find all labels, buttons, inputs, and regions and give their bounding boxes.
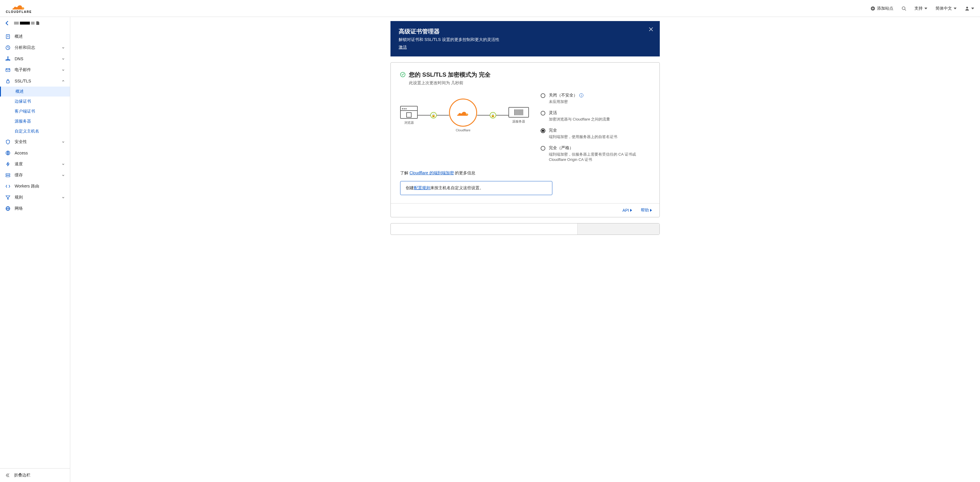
option-description: 未应用加密 xyxy=(549,99,583,105)
add-site-label: 添加站点 xyxy=(877,6,893,11)
svg-rect-12 xyxy=(6,173,10,175)
chevron-right-icon xyxy=(650,209,652,212)
help-link[interactable]: 帮助 xyxy=(641,208,652,213)
sidebar-item-dns[interactable]: DNS xyxy=(0,53,70,64)
plus-circle-icon xyxy=(870,6,875,11)
cloudflare-logo[interactable]: CLOUDFLARE xyxy=(6,3,32,13)
sidebar-item-cache[interactable]: 缓存 xyxy=(0,170,70,181)
option-title: 完全（严格） xyxy=(549,145,650,151)
chevron-right-icon xyxy=(630,209,633,212)
option-title: 关闭（不安全） i xyxy=(549,93,583,98)
diagram-browser-label: 浏览器 xyxy=(404,121,414,125)
search-button[interactable] xyxy=(902,6,906,11)
sidebar-item-rules[interactable]: 规则 xyxy=(0,192,70,203)
sidebar-item-workers[interactable]: Workers 路由 xyxy=(0,181,70,192)
sidebar-item-label: 安全性 xyxy=(14,139,62,144)
caret-down-icon xyxy=(954,8,956,10)
svg-point-2 xyxy=(966,7,968,8)
sidebar-item-label: 缓存 xyxy=(14,173,62,178)
radio-button[interactable] xyxy=(541,128,545,133)
ssl-option-strict[interactable]: 完全（严格） 端到端加密，但服务器上需要有受信任的 CA 证书或 Cloudfl… xyxy=(541,145,650,162)
info-icon[interactable]: i xyxy=(579,93,583,97)
banner-description: 解锁对证书和 SSL/TLS 设置的更多控制和更大的灵活性 xyxy=(399,37,652,43)
sidebar-item-label: 电子邮件 xyxy=(14,67,62,73)
banner-activate-link[interactable]: 激活 xyxy=(399,45,407,49)
code-icon xyxy=(5,184,11,189)
globe-icon xyxy=(5,206,11,211)
sidebar-item-label: 概述 xyxy=(14,34,65,39)
sidebar-item-security[interactable]: 安全性 xyxy=(0,136,70,147)
radio-button[interactable] xyxy=(541,146,545,151)
app-header: CLOUDFLARE 添加站点 支持 简体中文 xyxy=(0,0,980,17)
language-dropdown[interactable]: 简体中文 xyxy=(935,6,956,11)
banner-close-button[interactable] xyxy=(648,26,654,33)
chevron-down-icon xyxy=(62,196,65,199)
site-name[interactable] xyxy=(14,21,39,25)
sidebar-site-header xyxy=(0,17,70,29)
ssl-option-flexible[interactable]: 灵活 加密浏览器与 Cloudflare 之间的流量 xyxy=(541,110,650,122)
sidebar-item-label: Access xyxy=(14,151,65,155)
funnel-icon xyxy=(5,195,11,200)
chevron-down-icon xyxy=(62,57,65,60)
config-rules-link[interactable]: 配置规则 xyxy=(414,186,430,190)
support-dropdown[interactable]: 支持 xyxy=(915,6,928,11)
chevron-down-icon xyxy=(62,174,65,177)
svg-rect-13 xyxy=(6,176,10,177)
svg-rect-10 xyxy=(7,81,10,83)
promo-banner: 高级证书管理器 解锁对证书和 SSL/TLS 设置的更多控制和更大的灵活性 激活 xyxy=(390,21,660,56)
sidebar-subitem-custom-hostnames[interactable]: 自定义主机名 xyxy=(14,126,70,136)
sidebar-item-access[interactable]: Access xyxy=(0,147,70,159)
sidebar-subitem-client-certs[interactable]: 客户端证书 xyxy=(14,106,70,116)
radio-button[interactable] xyxy=(541,111,545,116)
option-description: 加密浏览器与 Cloudflare 之间的流量 xyxy=(549,117,610,122)
sidebar-subitem-ssl-overview[interactable]: 概述 xyxy=(0,87,70,97)
sidebar-item-speed[interactable]: 速度 xyxy=(0,159,70,170)
collapse-sidebar-button[interactable]: 折叠边栏 xyxy=(0,468,70,482)
cloud-icon xyxy=(10,3,27,10)
sidebar-item-label: DNS xyxy=(14,56,62,61)
back-arrow-icon[interactable] xyxy=(5,21,10,26)
chevron-down-icon xyxy=(62,163,65,165)
logo-text: CLOUDFLARE xyxy=(6,10,32,13)
language-label: 简体中文 xyxy=(935,6,952,11)
cache-icon xyxy=(5,173,11,178)
caret-down-icon xyxy=(971,8,974,10)
caret-down-icon xyxy=(924,8,928,10)
sidebar-item-email[interactable]: 电子邮件 xyxy=(0,64,70,76)
lock-icon: 🔒 xyxy=(490,112,496,119)
ssl-mode-card: 您的 SSL/TLS 加密模式为 完全 此设置上次更改时间为 几秒前 浏览器 � xyxy=(390,62,660,217)
sidebar-subitem-origin-server[interactable]: 源服务器 xyxy=(14,116,70,126)
collapse-icon xyxy=(5,473,10,477)
chevron-down-icon xyxy=(62,79,65,82)
svg-point-5 xyxy=(7,57,8,58)
shield-icon xyxy=(5,139,11,144)
check-circle-icon xyxy=(400,72,406,77)
sidebar-item-network[interactable]: 网络 xyxy=(0,203,70,214)
svg-point-1 xyxy=(902,7,905,10)
ssl-option-off[interactable]: 关闭（不安全） i 未应用加密 xyxy=(541,93,650,105)
doc-icon xyxy=(5,34,11,39)
sidebar-item-label: 规则 xyxy=(14,195,62,200)
support-label: 支持 xyxy=(915,6,923,11)
sidebar-item-overview[interactable]: 概述 xyxy=(0,31,70,42)
learn-more-link[interactable]: Cloudflare 的端到端加密 xyxy=(409,171,454,175)
ssl-status-subtitle: 此设置上次更改时间为 几秒前 xyxy=(409,81,650,86)
sidebar-subitem-edge-certs[interactable]: 边缘证书 xyxy=(14,97,70,106)
ssl-status-title: 您的 SSL/TLS 加密模式为 完全 xyxy=(409,71,491,79)
sidebar-item-ssl[interactable]: SSL/TLS xyxy=(0,76,70,87)
option-description: 端到端加密，使用服务器上的自签名证书 xyxy=(549,134,617,140)
api-link[interactable]: API xyxy=(622,208,633,213)
chevron-down-icon xyxy=(62,140,65,143)
radio-button[interactable] xyxy=(541,93,545,98)
learn-more-text: 了解 Cloudflare 的端到端加密 的更多信息 xyxy=(400,171,650,176)
collapse-label: 折叠边栏 xyxy=(14,472,30,478)
main-content: 高级证书管理器 解锁对证书和 SSL/TLS 设置的更多控制和更大的灵活性 激活… xyxy=(70,17,980,482)
ssl-option-full[interactable]: 完全 端到端加密，使用服务器上的自签名证书 xyxy=(541,128,650,140)
add-site-button[interactable]: 添加站点 xyxy=(870,6,893,11)
sidebar-item-analytics[interactable]: 分析和日志 xyxy=(0,42,70,53)
lock-icon: 🔒 xyxy=(430,112,437,119)
ssl-mode-options: 关闭（不安全） i 未应用加密 灵活 加密浏览器与 Cloudflare 之间的… xyxy=(541,93,650,162)
user-menu[interactable] xyxy=(965,6,974,11)
clock-icon xyxy=(5,45,11,50)
ssl-diagram: 浏览器 🔒 Cloudflare 🔒 xyxy=(400,93,529,138)
